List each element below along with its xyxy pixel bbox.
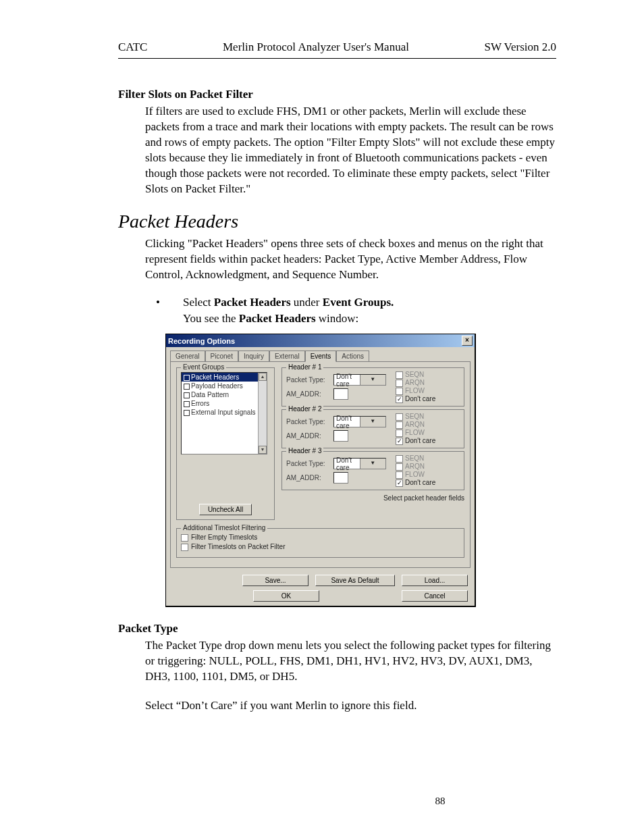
ok-button[interactable]: OK bbox=[253, 590, 319, 602]
uncheck-all-button[interactable]: Uncheck All bbox=[199, 504, 252, 515]
header-3-fieldset: Header # 3 Packet Type: Don't care ▼ bbox=[281, 451, 464, 490]
flag-label: ARQN bbox=[405, 463, 425, 470]
list-item[interactable]: External Input signals bbox=[182, 408, 267, 417]
dialog-titlebar[interactable]: Recording Options × bbox=[166, 334, 475, 347]
packet-type-label: Packet Type: bbox=[286, 460, 331, 467]
recording-options-dialog: Recording Options × GeneralPiconetInquir… bbox=[165, 334, 476, 607]
flag-label: FLOW bbox=[405, 429, 425, 436]
save-button[interactable]: Save... bbox=[242, 575, 308, 586]
tab-actions[interactable]: Actions bbox=[336, 350, 369, 361]
scroll-up-icon[interactable]: ▲ bbox=[259, 373, 267, 381]
tabs-row: GeneralPiconetInquiryExternalEventsActio… bbox=[166, 347, 475, 361]
additional-timeslot-fieldset: Additional Timeslot Filtering Filter Emp… bbox=[176, 528, 464, 558]
dialog-title: Recording Options bbox=[168, 337, 235, 345]
packet-type-body2: Select “Don’t Care” if you want Merlin t… bbox=[145, 698, 556, 714]
event-groups-list[interactable]: Packet Headers Payload Headers Data Patt… bbox=[181, 372, 267, 454]
filter-slots-body: If filters are used to exclude FHS, DM1 … bbox=[145, 104, 556, 197]
header-2-legend: Header # 2 bbox=[286, 405, 323, 413]
combo-value: Don't care bbox=[334, 457, 360, 471]
flag-label: FLOW bbox=[405, 471, 425, 478]
tab-external[interactable]: External bbox=[269, 350, 305, 361]
arqn-checkbox-2[interactable] bbox=[396, 421, 403, 429]
am-addr-input-2[interactable] bbox=[333, 430, 348, 442]
flag-label: Don't care bbox=[405, 479, 435, 486]
header-2-fieldset: Header # 2 Packet Type: Don't care ▼ bbox=[281, 409, 464, 448]
tab-events[interactable]: Events bbox=[305, 350, 337, 362]
flag-label: ARQN bbox=[405, 421, 425, 428]
chevron-down-icon[interactable]: ▼ bbox=[360, 459, 386, 469]
list-scrollbar[interactable]: ▲ ▼ bbox=[258, 373, 267, 454]
event-groups-fieldset: Event Groups Packet Headers Payload Head… bbox=[176, 367, 275, 520]
dontcare-checkbox-2[interactable]: ✓ bbox=[396, 438, 403, 445]
sub-prefix: You see the bbox=[183, 312, 239, 325]
filter-empty-timeslots-checkbox[interactable] bbox=[181, 534, 188, 542]
list-item[interactable]: Errors bbox=[182, 399, 267, 408]
load-button[interactable]: Load... bbox=[402, 575, 468, 586]
header-right: SW Version 2.0 bbox=[484, 41, 556, 54]
seqn-checkbox-1[interactable] bbox=[396, 371, 403, 379]
packet-type-combo-1[interactable]: Don't care ▼ bbox=[333, 374, 386, 386]
tab-general[interactable]: General bbox=[170, 350, 205, 361]
page-number: 88 bbox=[118, 796, 644, 807]
sub-you-see: You see the Packet Headers window: bbox=[183, 312, 556, 325]
filter-slots-heading: Filter Slots on Packet Filter bbox=[118, 88, 556, 101]
combo-value: Don't care bbox=[334, 373, 360, 388]
flow-checkbox-1[interactable] bbox=[396, 388, 403, 395]
checkbox-label: Filter Empty Timeslots bbox=[191, 533, 257, 541]
event-groups-legend: Event Groups bbox=[181, 363, 226, 371]
dontcare-checkbox-1[interactable]: ✓ bbox=[396, 396, 403, 403]
seqn-checkbox-2[interactable] bbox=[396, 413, 403, 421]
list-item[interactable]: Packet Headers bbox=[182, 373, 267, 382]
list-item[interactable]: Payload Headers bbox=[182, 382, 267, 390]
am-addr-label: AM_ADDR: bbox=[286, 390, 331, 398]
sub-bold: Packet Headers bbox=[239, 312, 316, 325]
flag-label: SEQN bbox=[405, 454, 424, 462]
packet-headers-title: Packet Headers bbox=[118, 211, 556, 232]
bullet-bold2: Event Groups. bbox=[323, 296, 394, 309]
flow-checkbox-3[interactable] bbox=[396, 471, 403, 479]
header-1-legend: Header # 1 bbox=[286, 363, 323, 371]
cancel-button[interactable]: Cancel bbox=[402, 590, 468, 602]
flag-label: FLOW bbox=[405, 387, 425, 394]
header-1-fieldset: Header # 1 Packet Type: Don't care ▼ bbox=[281, 367, 464, 407]
am-addr-input-1[interactable] bbox=[333, 388, 348, 400]
packet-type-label: Packet Type: bbox=[286, 418, 331, 425]
packet-type-label: Packet Type: bbox=[286, 376, 331, 384]
bullet-prefix: Select bbox=[183, 296, 214, 309]
scroll-down-icon[interactable]: ▼ bbox=[259, 446, 267, 454]
running-header: CATC Merlin Protocol Analyzer User's Man… bbox=[118, 41, 556, 59]
flow-checkbox-2[interactable] bbox=[396, 429, 403, 437]
chevron-down-icon[interactable]: ▼ bbox=[360, 417, 386, 427]
dontcare-checkbox-3[interactable]: ✓ bbox=[396, 479, 403, 487]
packet-type-combo-2[interactable]: Don't care ▼ bbox=[333, 416, 386, 427]
header-center: Merlin Protocol Analyzer User's Manual bbox=[147, 41, 484, 54]
select-packet-header-fields-link[interactable]: Select packet header fields bbox=[281, 494, 464, 502]
arqn-checkbox-3[interactable] bbox=[396, 463, 403, 471]
checkbox-label: Filter Timeslots on Packet Filter bbox=[191, 543, 285, 550]
header-left: CATC bbox=[118, 41, 147, 54]
packet-type-combo-3[interactable]: Don't care ▼ bbox=[333, 458, 386, 469]
arqn-checkbox-1[interactable] bbox=[396, 380, 403, 387]
am-addr-input-3[interactable] bbox=[333, 472, 348, 484]
flag-label: SEQN bbox=[405, 371, 424, 378]
list-item[interactable]: Data Pattern bbox=[182, 390, 267, 399]
flag-label: ARQN bbox=[405, 379, 425, 386]
close-icon[interactable]: × bbox=[462, 336, 473, 346]
tab-panel-events: Event Groups Packet Headers Payload Head… bbox=[170, 361, 471, 568]
header-3-legend: Header # 3 bbox=[286, 447, 323, 454]
seqn-checkbox-3[interactable] bbox=[396, 455, 403, 463]
bullet-mid: under bbox=[291, 296, 323, 309]
sub-suffix: window: bbox=[316, 312, 359, 325]
packet-type-body1: The Packet Type drop down menu lets you … bbox=[145, 638, 556, 685]
am-addr-label: AM_ADDR: bbox=[286, 474, 331, 481]
tab-inquiry[interactable]: Inquiry bbox=[238, 350, 269, 361]
additional-timeslot-legend: Additional Timeslot Filtering bbox=[181, 524, 267, 531]
packet-type-heading: Packet Type bbox=[118, 622, 556, 635]
packet-headers-intro: Clicking "Packet Headers" opens three se… bbox=[145, 236, 556, 283]
tab-piconet[interactable]: Piconet bbox=[205, 350, 238, 361]
save-as-default-button[interactable]: Save As Default bbox=[315, 575, 395, 586]
combo-value: Don't care bbox=[334, 415, 360, 429]
chevron-down-icon[interactable]: ▼ bbox=[360, 375, 386, 385]
filter-timeslots-packet-filter-checkbox[interactable] bbox=[181, 544, 188, 551]
flag-label: SEQN bbox=[405, 413, 424, 420]
